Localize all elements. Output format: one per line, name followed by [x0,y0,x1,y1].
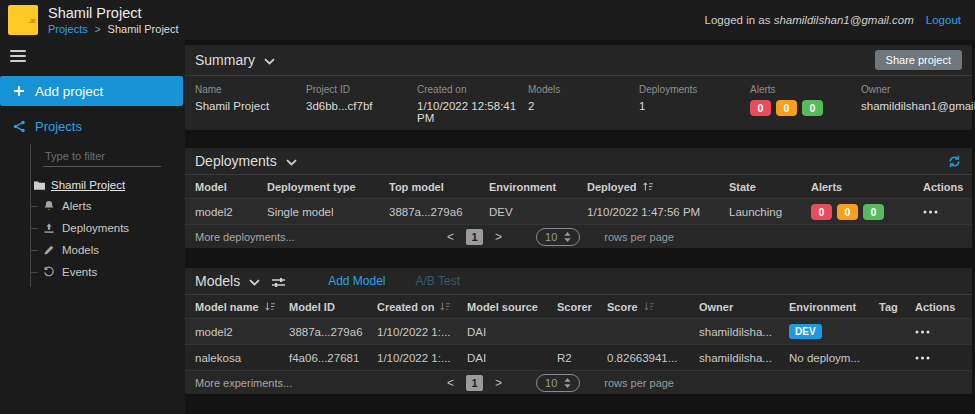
cell-environment: No deploym... [789,352,879,364]
cell-state: Launching [729,206,811,218]
column-top-model: Top model [389,181,489,193]
refresh-icon[interactable] [947,154,962,169]
chevron-down-icon[interactable] [264,58,275,65]
cell-top-model: 3887a...279a6 [389,206,489,218]
summary-field-deployments: Deployments 1 [639,84,750,124]
sidebar-item-models[interactable]: Models [43,239,185,261]
alert-badge-critical: 0 [750,100,771,116]
prev-page-button[interactable]: < [447,230,454,244]
column-created-on-sortable[interactable]: Created on [377,301,467,313]
stepper-arrows-icon [564,232,571,242]
env-dev-badge: DEV [789,324,822,339]
more-actions-icon[interactable] [915,356,972,360]
column-score-sortable[interactable]: Score [607,301,699,313]
page-number[interactable]: 1 [466,375,483,391]
column-actions: Actions [923,181,972,193]
breadcrumb: Projects > Shamil Project [48,23,179,35]
cell-model: model2 [195,206,267,218]
tree-filter-input[interactable] [43,146,161,167]
history-icon [43,266,55,278]
cell-scorer: R2 [557,352,607,364]
model-pencil-icon [43,244,55,256]
alert-badge-ok: 0 [863,204,884,220]
folder-icon [33,180,46,191]
chevron-down-icon[interactable] [286,159,297,166]
sort-descending-icon [264,301,276,312]
column-model: Model [195,181,267,193]
column-deployed-sortable[interactable]: Deployed [587,181,729,193]
share-project-button[interactable]: Share project [875,50,962,70]
cell-deployment-type: Single model [267,206,389,218]
column-owner: Owner [699,301,789,313]
hamburger-menu-icon[interactable] [10,50,26,62]
breadcrumb-current: Shamil Project [108,23,179,35]
sidebar-item-alerts[interactable]: Alerts [43,195,185,217]
sort-descending-icon [643,301,655,312]
breadcrumb-separator: > [95,24,101,35]
page-title: Shamil Project [48,5,179,22]
cell-model-source: DAI [467,352,557,364]
user-email: shamildilshan1@gmail.com [774,14,914,26]
cell-owner: shamildilsha... [699,326,789,338]
add-model-link[interactable]: Add Model [328,274,385,288]
cell-alerts: 0 0 0 [811,204,923,220]
column-environment: Environment [789,301,879,313]
cell-model-source: DAI [467,326,557,338]
column-scorer: Scorer [557,301,607,313]
stepper-arrows-icon [564,378,571,388]
summary-field-name: Name Shamil Project [195,84,306,124]
more-actions-icon[interactable] [923,210,972,214]
summary-field-models: Models 2 [528,84,639,124]
cell-environment: DEV [489,206,587,218]
models-footer: More experiments... < 1 > 10 rows per pa… [185,370,972,394]
sidebar-item-events[interactable]: Events [43,261,185,283]
plus-icon [13,85,25,97]
deployments-title: Deployments [195,153,297,169]
more-actions-icon[interactable] [915,330,972,334]
model-row: model2 3887a...279a6 1/10/2022 1:... DAI… [185,318,972,344]
sort-ascending-icon [642,181,654,192]
summary-panel: Summary Share project Name Shamil Projec… [185,45,972,130]
project-tree: Shamil Project Alerts Deployments Models [30,144,185,287]
deployments-table-header: Model Deployment type Top model Environm… [185,175,972,198]
page-number[interactable]: 1 [466,229,483,245]
filter-sliders-icon[interactable] [271,276,286,289]
column-state: State [729,181,811,193]
deployments-footer: More deployments... < 1 > 10 rows per pa… [185,224,972,248]
next-page-button[interactable]: > [495,230,502,244]
column-model-id: Model ID [289,301,377,313]
cell-model-name: model2 [195,326,289,338]
logout-link[interactable]: Logout [926,14,961,26]
sidebar-item-projects[interactable]: Projects [0,106,185,144]
ab-test-link[interactable]: A/B Test [416,274,460,288]
add-project-button[interactable]: Add project [0,76,183,106]
column-alerts: Alerts [811,181,923,193]
rows-per-page-stepper[interactable]: 10 [536,228,580,246]
deployment-row: model2 Single model 3887a...279a6 DEV 1/… [185,198,972,224]
bell-icon [43,200,55,212]
projects-network-icon [13,120,26,133]
breadcrumb-projects-link[interactable]: Projects [48,23,88,35]
cell-model-id: f4a06...27681 [289,352,377,364]
column-model-name-sortable[interactable]: Model name [195,301,289,313]
model-row: nalekosa f4a06...27681 1/10/2022 1:... D… [185,344,972,370]
next-page-button[interactable]: > [495,376,502,390]
column-model-source: Model source [467,301,557,313]
alert-badge-warning: 0 [837,204,858,220]
more-experiments-link[interactable]: More experiments... [195,377,292,389]
sidebar-item-deployments[interactable]: Deployments [43,217,185,239]
prev-page-button[interactable]: < [447,376,454,390]
rows-per-page-stepper[interactable]: 10 [536,374,580,392]
cell-deployed: 1/10/2022 1:47:56 PM [587,206,729,218]
tree-project-shamil[interactable]: Shamil Project [33,179,185,191]
cell-owner: shamildilsha... [699,352,789,364]
column-environment: Environment [489,181,587,193]
cell-created-on: 1/10/2022 1:... [377,352,467,364]
sort-descending-icon [439,301,451,312]
more-deployments-link[interactable]: More deployments... [195,231,295,243]
summary-field-owner: Owner shamildilshan1@gmail.com [861,84,972,124]
column-deployment-type: Deployment type [267,181,389,193]
chevron-down-icon[interactable] [249,279,260,286]
column-tag: Tag [879,301,915,313]
rows-per-page-label: rows per page [604,377,674,389]
